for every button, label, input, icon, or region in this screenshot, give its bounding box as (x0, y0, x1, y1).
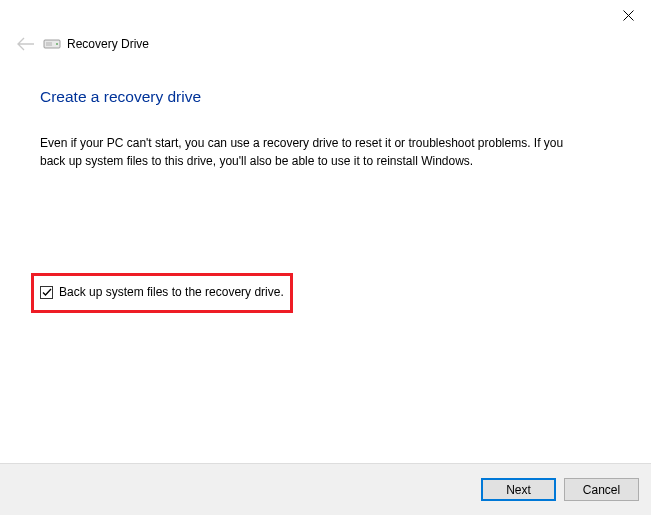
close-icon (623, 10, 634, 21)
drive-icon (43, 38, 61, 50)
svg-point-2 (56, 43, 58, 45)
back-button (14, 32, 38, 56)
backup-checkbox-label: Back up system files to the recovery dri… (59, 285, 284, 299)
svg-rect-1 (46, 42, 52, 46)
titlebar (0, 0, 651, 30)
cancel-button[interactable]: Cancel (564, 478, 639, 501)
header-row: Recovery Drive (0, 30, 651, 58)
backup-checkbox-row[interactable]: Back up system files to the recovery dri… (40, 285, 284, 299)
next-button[interactable]: Next (481, 478, 556, 501)
window-title: Recovery Drive (67, 37, 149, 51)
checkmark-icon (42, 288, 52, 297)
footer: Next Cancel (0, 463, 651, 515)
close-button[interactable] (606, 0, 651, 30)
page-heading: Create a recovery drive (40, 88, 611, 106)
backup-checkbox[interactable] (40, 286, 53, 299)
back-arrow-icon (17, 37, 35, 51)
page-description: Even if your PC can't start, you can use… (40, 134, 590, 170)
content-area: Create a recovery drive Even if your PC … (0, 58, 651, 170)
